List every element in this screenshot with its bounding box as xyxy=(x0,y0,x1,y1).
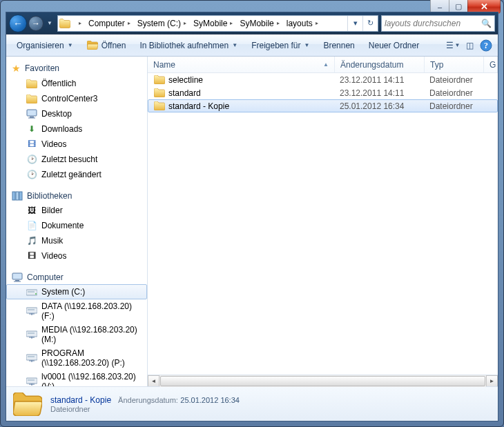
col-date[interactable]: Änderungsdatum xyxy=(335,57,425,72)
scroll-right-button[interactable]: ► xyxy=(486,375,498,387)
folder-icon xyxy=(13,391,42,417)
crumb-3[interactable]: SyMobile▸ xyxy=(235,16,282,31)
scroll-left-button[interactable]: ◄ xyxy=(148,375,159,387)
item-icon: 📄 xyxy=(26,220,37,231)
library-icon xyxy=(12,191,23,201)
libraries-group[interactable]: Bibliotheken xyxy=(6,189,147,203)
nav-drive-item[interactable]: PROGRAM (\\192.168.203.20) (P:) xyxy=(6,346,147,370)
computer-group[interactable]: Computer xyxy=(6,270,147,284)
item-icon: 🕑 xyxy=(26,154,37,165)
folder-icon xyxy=(154,101,165,110)
folder-open-icon xyxy=(87,41,98,50)
nav-favorite-item[interactable]: Desktop xyxy=(6,106,147,121)
details-date-value: 25.01.2012 16:34 xyxy=(180,396,240,404)
item-icon xyxy=(26,108,37,119)
file-row[interactable]: selectline 23.12.2011 14:11 Dateiordner xyxy=(148,73,498,86)
search-placeholder: layouts durchsuchen xyxy=(385,19,461,28)
nav-favorite-item[interactable]: ControlCenter3 xyxy=(6,91,147,106)
item-icon xyxy=(26,93,37,104)
horizontal-scrollbar[interactable]: ◄ ► xyxy=(148,375,498,386)
item-icon xyxy=(26,78,37,89)
burn-button[interactable]: Brennen xyxy=(317,37,360,54)
nav-favorite-item[interactable]: 🎞Videos xyxy=(6,137,147,152)
nav-favorite-item[interactable]: 🕑Zuletzt besucht xyxy=(6,152,147,167)
item-icon: 🎞 xyxy=(26,139,37,150)
share-button[interactable]: Freigeben für▼ xyxy=(245,37,316,54)
file-row[interactable]: standard - Kopie 25.01.2012 16:34 Dateio… xyxy=(148,99,498,112)
titlebar[interactable]: – ▢ ✕ xyxy=(1,1,503,12)
address-bar[interactable]: ▸ Computer▸ System (C:)▸ SyMobile▸ SyMob… xyxy=(57,15,378,32)
nav-library-item[interactable]: 📄Dokumente xyxy=(6,218,147,233)
content-pane: Name▲ Änderungsdatum Typ G selectline 23… xyxy=(148,57,498,386)
nav-forward-button[interactable]: → xyxy=(28,16,43,31)
favorites-group[interactable]: ★Favoriten xyxy=(6,61,147,76)
details-pane: standard - Kopie Änderungsdatum: 25.01.2… xyxy=(6,386,498,421)
nav-favorite-item[interactable]: 🕑Zuletzt geändert xyxy=(6,167,147,182)
explorer-window: – ▢ ✕ ← → ▼ ▸ Computer▸ System (C:)▸ SyM… xyxy=(0,0,504,427)
new-folder-button[interactable]: Neuer Ordner xyxy=(362,37,425,54)
address-dropdown-button[interactable]: ▾ xyxy=(347,16,362,31)
nav-back-button[interactable]: ← xyxy=(9,14,27,32)
preview-pane-button[interactable]: ◫ xyxy=(462,38,477,53)
item-icon: 🎵 xyxy=(26,235,37,246)
item-icon: 🕑 xyxy=(26,169,37,180)
folder-icon xyxy=(154,75,165,84)
nav-library-item[interactable]: 🎵Musik xyxy=(6,233,147,248)
address-toolbar: ← → ▼ ▸ Computer▸ System (C:)▸ SyMobile▸… xyxy=(6,12,498,34)
nav-library-item[interactable]: 🖼Bilder xyxy=(6,203,147,218)
item-icon: 🖼 xyxy=(26,205,37,216)
view-options-button[interactable]: ☰▼ xyxy=(445,38,461,53)
recent-locations-button[interactable]: ▼ xyxy=(45,17,55,30)
col-name[interactable]: Name▲ xyxy=(148,57,335,72)
command-toolbar: Organisieren▼ Öffnen In Bibliothek aufne… xyxy=(6,34,498,57)
nav-favorite-item[interactable]: Öffentlich xyxy=(6,76,147,91)
nav-drive-item[interactable]: System (C:) xyxy=(6,284,147,299)
drive-icon xyxy=(26,286,37,297)
folder-icon xyxy=(59,18,70,29)
col-type[interactable]: Typ xyxy=(425,57,484,72)
organize-button[interactable]: Organisieren▼ xyxy=(10,37,79,54)
crumb-0[interactable]: Computer▸ xyxy=(84,16,133,31)
drive-icon xyxy=(26,376,37,386)
search-input[interactable]: layouts durchsuchen 🔍 xyxy=(381,15,495,32)
crumb-1[interactable]: System (C:)▸ xyxy=(133,16,189,31)
nav-favorite-item[interactable]: ⬇Downloads xyxy=(6,121,147,137)
folder-icon xyxy=(154,88,165,97)
scroll-thumb[interactable] xyxy=(160,376,485,386)
nav-drive-item[interactable]: MEDIA (\\192.168.203.20) (M:) xyxy=(6,323,147,346)
details-date-label: Änderungsdatum: xyxy=(118,396,178,404)
details-type: Dateiordner xyxy=(50,405,240,413)
file-list[interactable]: selectline 23.12.2011 14:11 Dateiordner … xyxy=(148,73,498,375)
nav-library-item[interactable]: 🎞Videos xyxy=(6,248,147,264)
nav-drive-item[interactable]: DATA (\\192.168.203.20) (F:) xyxy=(6,299,147,323)
col-extra[interactable]: G xyxy=(484,57,498,72)
file-row[interactable]: standard 23.12.2011 14:11 Dateiordner xyxy=(148,86,498,99)
crumb-4[interactable]: layouts▸ xyxy=(282,16,321,31)
item-icon: ⬇ xyxy=(26,123,37,135)
search-icon: 🔍 xyxy=(481,19,492,28)
help-icon xyxy=(480,39,492,52)
details-name: standard - Kopie xyxy=(50,395,111,405)
navigation-pane[interactable]: ★Favoriten ÖffentlichControlCenter3Deskt… xyxy=(6,57,148,386)
refresh-button[interactable]: ↻ xyxy=(362,16,378,31)
crumb-2[interactable]: SyMobile▸ xyxy=(189,16,235,31)
drive-icon xyxy=(26,306,37,317)
open-button[interactable]: Öffnen xyxy=(81,37,133,54)
drive-icon xyxy=(26,329,37,340)
star-icon: ★ xyxy=(12,63,21,74)
include-library-button[interactable]: In Bibliothek aufnehmen▼ xyxy=(133,37,244,54)
nav-drive-item[interactable]: lv0001 (\\192.168.203.20) (V:) xyxy=(6,370,147,386)
drive-icon xyxy=(26,352,37,364)
crumb-computer[interactable]: ▸ xyxy=(72,16,84,31)
column-headers[interactable]: Name▲ Änderungsdatum Typ G xyxy=(148,57,498,73)
monitor-icon xyxy=(12,272,23,282)
item-icon: 🎞 xyxy=(26,250,37,261)
help-button[interactable] xyxy=(478,38,494,53)
